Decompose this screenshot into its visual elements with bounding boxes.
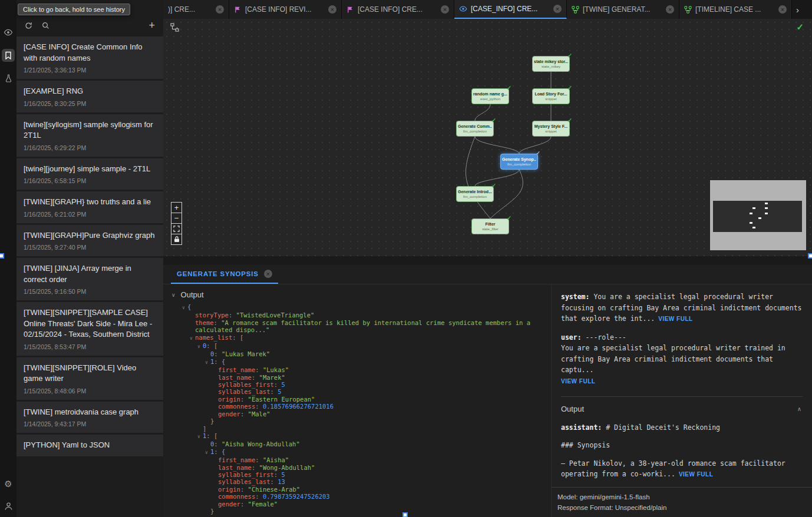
zoom-out-button[interactable]: − xyxy=(171,213,182,224)
assistant-view-full-link[interactable]: VIEW FULL xyxy=(679,471,713,478)
collapse-caret-icon[interactable]: ∨ xyxy=(197,433,203,440)
auto-layout-icon[interactable] xyxy=(170,23,179,34)
prompt-list-item[interactable]: [PYTHON] Yaml to JSON xyxy=(16,435,163,456)
prompt-list-item[interactable]: [TWINE][GRAPH} two truths and a lie1/16/… xyxy=(16,191,163,223)
prompt-title: [TWINE] metroidvania case graph xyxy=(24,407,156,418)
node-success-check-icon: ✓ xyxy=(507,215,511,221)
chevron-down-icon: ∨ xyxy=(171,292,176,298)
json-line[interactable]: ∨names_list: [ xyxy=(182,334,551,342)
collapse-caret-icon[interactable]: ∨ xyxy=(182,304,187,311)
json-line: } xyxy=(182,417,551,425)
tab-scroll-right-icon[interactable]: › xyxy=(792,0,803,19)
prompt-list-item[interactable]: [CASE INFO] Create Common Info with rand… xyxy=(16,37,163,79)
refresh-icon[interactable] xyxy=(25,22,32,29)
chevron-up-icon[interactable]: ∧ xyxy=(797,404,801,415)
prompt-list-item[interactable]: [TWINE] [JINJA] Array merge in correct o… xyxy=(16,258,163,300)
zoom-in-button[interactable]: + xyxy=(171,202,182,213)
node-generate-synop[interactable]: Generate Synop...llm_completion✓ xyxy=(500,154,538,170)
close-icon[interactable]: × xyxy=(328,5,336,14)
graph-edge xyxy=(475,137,519,154)
node-generate-comm[interactable]: Generate Comm...llm_completion✓ xyxy=(456,121,494,137)
node-title: random name g... xyxy=(473,92,507,97)
json-line[interactable]: ∨1: { xyxy=(182,358,551,366)
resize-handle-bottom[interactable] xyxy=(402,512,408,517)
json-line: syllables_first: 5 xyxy=(182,381,551,388)
resize-handle-left[interactable] xyxy=(0,253,4,258)
bottom-panel-tabs: GENERATE SYNOPSIS × xyxy=(163,265,812,284)
resize-handle-right[interactable] xyxy=(808,253,812,258)
collapse-caret-icon[interactable]: ∨ xyxy=(205,449,210,456)
prompt-list-item[interactable]: [TWINE][SNIPPET][ROLE] Video game writer… xyxy=(16,357,163,400)
json-token-n: 5 xyxy=(281,381,285,388)
editor-tab[interactable]: [CASE_INFO] CRE...× xyxy=(454,0,567,19)
json-token-n: 0.7987359247526203 xyxy=(263,493,330,500)
collapse-caret-icon[interactable]: ∨ xyxy=(205,359,210,366)
node-mystery-style[interactable]: Mystery Style F...snippet✓ xyxy=(532,121,570,137)
editor-tab[interactable]: [TWINE] GENERAT...× xyxy=(567,0,679,19)
panel-resizer[interactable] xyxy=(163,256,812,265)
json-token-p: : xyxy=(206,432,214,439)
json-line[interactable]: ∨0: [ xyxy=(182,342,551,350)
close-icon[interactable]: × xyxy=(553,5,562,13)
json-token-k: syllables_last xyxy=(218,388,270,395)
prompt-list-item[interactable]: [TWINE][SNIPPET][SAMPLE CASE] Online Thr… xyxy=(16,302,163,356)
minimap-viewport[interactable] xyxy=(713,201,802,232)
graph-canvas[interactable]: ✓ state mikey stor...state_mikey✓random … xyxy=(163,19,812,256)
tab-label: [TIMELINE] CASE ... xyxy=(695,5,775,14)
settings-gear-icon[interactable]: ⚙ xyxy=(2,478,15,491)
prompt-title: [TWINE] [JINJA] Array merge in correct o… xyxy=(24,263,156,285)
json-token-p: : xyxy=(255,456,263,463)
add-prompt-button[interactable]: + xyxy=(148,20,155,31)
tab-label: [CASE INFO] REVI... xyxy=(245,5,325,14)
node-load-story[interactable]: Load Story For...snippet✓ xyxy=(532,88,570,104)
node-state-mikey[interactable]: state mikey stor...state_mikey✓ xyxy=(532,56,570,72)
node-subtitle: state_filter xyxy=(482,227,499,231)
json-token-s: "Chinese-Arab" xyxy=(248,486,301,493)
editor-tab[interactable]: [TIMELINE] CASE ...× xyxy=(679,0,792,19)
account-icon[interactable] xyxy=(2,499,15,512)
close-icon[interactable]: × xyxy=(666,5,674,14)
prompts-section-icon[interactable] xyxy=(2,49,15,62)
prompt-list-item[interactable]: [TWINE] metroidvania case graph1/14/2025… xyxy=(16,402,163,433)
search-icon[interactable] xyxy=(42,22,49,29)
editor-tab-bar: )] CRE...×[CASE INFO] REVI...×[CASE INFO… xyxy=(163,0,812,19)
node-title: Filter xyxy=(485,222,495,227)
close-icon[interactable]: × xyxy=(441,5,449,14)
json-line[interactable]: ∨1: [ xyxy=(182,432,551,440)
eye-icon[interactable] xyxy=(2,26,15,39)
json-token-p: [ xyxy=(240,334,243,341)
prompt-list-item[interactable]: [twine][syllogism] sample syllogism for … xyxy=(16,114,163,157)
close-icon[interactable]: × xyxy=(778,5,787,14)
lock-button[interactable] xyxy=(171,234,182,245)
editor-tab[interactable]: [CASE INFO] REVI...× xyxy=(229,0,342,19)
json-token-s: "Female" xyxy=(248,501,278,508)
editor-tab[interactable]: [CASE INFO] CRE...× xyxy=(342,0,454,19)
system-view-full-link[interactable]: VIEW FULL xyxy=(658,316,692,322)
close-icon[interactable]: × xyxy=(264,270,272,278)
collapse-caret-icon[interactable]: ∨ xyxy=(190,335,195,342)
minimap[interactable] xyxy=(710,180,806,250)
node-random-name[interactable]: random name g...exec_python✓ xyxy=(471,88,509,104)
prompt-list-item[interactable]: [EXAMPLE] RNG1/16/2025, 8:30:25 PM xyxy=(16,81,163,112)
node-generate-introd[interactable]: Generate Introd...llm_completion✓ xyxy=(456,186,494,202)
node-filter[interactable]: Filterstate_filter✓ xyxy=(471,218,509,234)
collapse-caret-icon[interactable]: ∨ xyxy=(197,343,203,350)
flask-icon[interactable] xyxy=(2,72,15,85)
prompt-title: [TWINE][GRAPH} two truths and a lie xyxy=(24,197,156,208)
prompt-list-item[interactable]: [TWINE][GRAPH]Pure Graphviz graph1/15/20… xyxy=(16,225,163,257)
editor-tab[interactable]: )] CRE...× xyxy=(163,0,229,19)
json-line[interactable]: ∨1: { xyxy=(182,448,551,456)
output-section-header[interactable]: Output ∧ xyxy=(561,396,803,422)
panel-tab-generate-synopsis[interactable]: GENERATE SYNOPSIS × xyxy=(171,265,278,284)
json-line[interactable]: ∨{ xyxy=(182,303,551,311)
close-icon[interactable]: × xyxy=(216,5,224,14)
json-token-p: : xyxy=(214,440,222,448)
zoom-fit-button[interactable] xyxy=(171,223,182,234)
prompt-list-item[interactable]: [twine][journey] simple sample - 2T1L1/1… xyxy=(16,158,163,190)
node-title: Generate Synop... xyxy=(502,157,536,162)
user-view-full-link[interactable]: VIEW FULL xyxy=(561,378,595,385)
json-token-k: syllables_first xyxy=(218,471,274,478)
output-collapse-header[interactable]: ∨ Output xyxy=(171,290,551,299)
json-token-k: gender xyxy=(218,410,240,417)
json-line: first_name: "Aisha" xyxy=(182,456,551,463)
